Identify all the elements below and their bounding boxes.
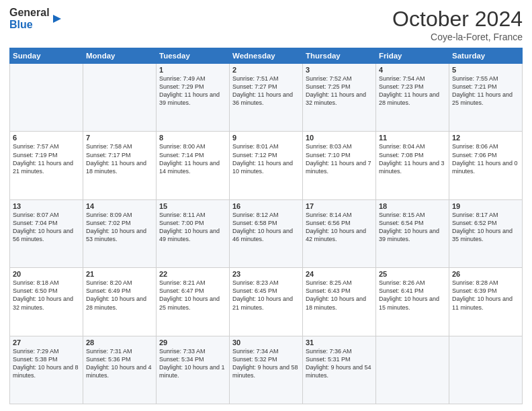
calendar-week-2: 6Sunrise: 7:57 AMSunset: 7:19 PMDaylight… (10, 132, 523, 199)
day-info: Sunrise: 8:20 AMSunset: 6:49 PMDaylight:… (86, 279, 153, 312)
day-number: 14 (86, 202, 153, 210)
calendar-cell: 2Sunrise: 7:51 AMSunset: 7:27 PMDaylight… (230, 64, 303, 132)
day-info: Sunrise: 8:25 AMSunset: 6:43 PMDaylight:… (306, 279, 373, 312)
day-number: 8 (159, 134, 226, 142)
day-number: 25 (379, 270, 446, 278)
day-number: 5 (452, 66, 519, 74)
day-number: 16 (232, 202, 300, 210)
calendar-cell (449, 336, 523, 404)
calendar-cell: 5Sunrise: 7:55 AMSunset: 7:21 PMDaylight… (449, 64, 523, 132)
day-info: Sunrise: 8:26 AMSunset: 6:41 PMDaylight:… (379, 279, 446, 312)
calendar-cell: 21Sunrise: 8:20 AMSunset: 6:49 PMDayligh… (83, 268, 157, 336)
calendar-cell: 15Sunrise: 8:11 AMSunset: 7:00 PMDayligh… (157, 199, 230, 267)
calendar-header-row: SundayMondayTuesdayWednesdayThursdayFrid… (10, 48, 523, 64)
day-info: Sunrise: 7:54 AMSunset: 7:23 PMDaylight:… (379, 75, 446, 107)
calendar-cell: 6Sunrise: 7:57 AMSunset: 7:19 PMDaylight… (10, 132, 83, 199)
calendar-cell: 13Sunrise: 8:07 AMSunset: 7:04 PMDayligh… (10, 199, 83, 267)
col-header-sunday: Sunday (10, 48, 83, 64)
day-info: Sunrise: 7:33 AMSunset: 5:34 PMDaylight:… (159, 347, 226, 380)
calendar-cell: 11Sunrise: 8:04 AMSunset: 7:08 PMDayligh… (376, 132, 449, 199)
calendar-cell: 7Sunrise: 7:58 AMSunset: 7:17 PMDaylight… (83, 132, 157, 199)
logo-icon (51, 13, 63, 25)
calendar-cell: 22Sunrise: 8:21 AMSunset: 6:47 PMDayligh… (157, 268, 230, 336)
day-number: 17 (306, 202, 373, 210)
calendar-cell: 3Sunrise: 7:52 AMSunset: 7:25 PMDaylight… (303, 64, 376, 132)
day-number: 27 (13, 338, 80, 347)
day-number: 10 (306, 134, 373, 142)
col-header-tuesday: Tuesday (157, 48, 230, 64)
calendar-cell: 19Sunrise: 8:17 AMSunset: 6:52 PMDayligh… (449, 199, 523, 267)
day-info: Sunrise: 8:01 AMSunset: 7:12 PMDaylight:… (232, 142, 300, 175)
col-header-friday: Friday (376, 48, 449, 64)
day-info: Sunrise: 8:17 AMSunset: 6:52 PMDaylight:… (452, 211, 519, 244)
day-number: 18 (379, 202, 446, 210)
col-header-saturday: Saturday (449, 48, 523, 64)
day-number: 22 (159, 270, 226, 278)
day-info: Sunrise: 8:18 AMSunset: 6:50 PMDaylight:… (13, 279, 80, 312)
day-info: Sunrise: 7:55 AMSunset: 7:21 PMDaylight:… (452, 75, 519, 107)
day-number: 1 (159, 66, 226, 74)
day-number: 31 (306, 338, 373, 347)
day-info: Sunrise: 8:23 AMSunset: 6:45 PMDaylight:… (232, 279, 300, 312)
day-info: Sunrise: 8:09 AMSunset: 7:02 PMDaylight:… (86, 211, 153, 244)
calendar-cell: 20Sunrise: 8:18 AMSunset: 6:50 PMDayligh… (10, 268, 83, 336)
col-header-wednesday: Wednesday (230, 48, 303, 64)
day-info: Sunrise: 7:58 AMSunset: 7:17 PMDaylight:… (86, 142, 153, 175)
header: General Blue October 2024 Coye-la-Foret,… (9, 7, 523, 42)
calendar-week-5: 27Sunrise: 7:29 AMSunset: 5:38 PMDayligh… (10, 336, 523, 404)
calendar-cell: 17Sunrise: 8:14 AMSunset: 6:56 PMDayligh… (303, 199, 376, 267)
day-info: Sunrise: 8:03 AMSunset: 7:10 PMDaylight:… (306, 142, 373, 175)
logo: General Blue (9, 7, 63, 30)
day-number: 23 (232, 270, 300, 278)
calendar-cell: 23Sunrise: 8:23 AMSunset: 6:45 PMDayligh… (230, 268, 303, 336)
day-info: Sunrise: 8:12 AMSunset: 6:58 PMDaylight:… (232, 211, 300, 244)
day-number: 4 (379, 66, 446, 74)
day-number: 30 (232, 338, 300, 347)
day-info: Sunrise: 8:06 AMSunset: 7:06 PMDaylight:… (452, 142, 519, 175)
day-number: 6 (13, 134, 80, 142)
day-number: 3 (306, 66, 373, 74)
calendar-cell: 31Sunrise: 7:36 AMSunset: 5:31 PMDayligh… (303, 336, 376, 404)
calendar-cell (83, 64, 157, 132)
day-number: 29 (159, 338, 226, 347)
day-info: Sunrise: 7:57 AMSunset: 7:19 PMDaylight:… (13, 142, 80, 175)
calendar-cell: 12Sunrise: 8:06 AMSunset: 7:06 PMDayligh… (449, 132, 523, 199)
calendar-cell: 1Sunrise: 7:49 AMSunset: 7:29 PMDaylight… (157, 64, 230, 132)
day-info: Sunrise: 8:21 AMSunset: 6:47 PMDaylight:… (159, 279, 226, 312)
calendar-cell: 14Sunrise: 8:09 AMSunset: 7:02 PMDayligh… (83, 199, 157, 267)
day-info: Sunrise: 7:36 AMSunset: 5:31 PMDaylight:… (306, 347, 373, 380)
day-number: 28 (86, 338, 153, 347)
svg-marker-0 (53, 15, 61, 23)
calendar-cell (10, 64, 83, 132)
day-number: 24 (306, 270, 373, 278)
calendar-cell: 25Sunrise: 8:26 AMSunset: 6:41 PMDayligh… (376, 268, 449, 336)
day-number: 13 (13, 202, 80, 210)
page: General Blue October 2024 Coye-la-Foret,… (0, 0, 532, 411)
day-info: Sunrise: 8:11 AMSunset: 7:00 PMDaylight:… (159, 211, 226, 244)
calendar-cell: 4Sunrise: 7:54 AMSunset: 7:23 PMDaylight… (376, 64, 449, 132)
logo-general: General (9, 7, 50, 19)
day-number: 11 (379, 134, 446, 142)
calendar-cell: 16Sunrise: 8:12 AMSunset: 6:58 PMDayligh… (230, 199, 303, 267)
day-number: 19 (452, 202, 519, 210)
calendar-cell: 24Sunrise: 8:25 AMSunset: 6:43 PMDayligh… (303, 268, 376, 336)
col-header-monday: Monday (83, 48, 157, 64)
calendar-week-4: 20Sunrise: 8:18 AMSunset: 6:50 PMDayligh… (10, 268, 523, 336)
location: Coye-la-Foret, France (392, 32, 523, 42)
calendar-cell: 27Sunrise: 7:29 AMSunset: 5:38 PMDayligh… (10, 336, 83, 404)
day-info: Sunrise: 8:00 AMSunset: 7:14 PMDaylight:… (159, 142, 226, 175)
calendar-cell: 8Sunrise: 8:00 AMSunset: 7:14 PMDaylight… (157, 132, 230, 199)
day-number: 21 (86, 270, 153, 278)
calendar-cell: 18Sunrise: 8:15 AMSunset: 6:54 PMDayligh… (376, 199, 449, 267)
day-info: Sunrise: 8:07 AMSunset: 7:04 PMDaylight:… (13, 211, 80, 244)
calendar-cell: 28Sunrise: 7:31 AMSunset: 5:36 PMDayligh… (83, 336, 157, 404)
day-info: Sunrise: 7:29 AMSunset: 5:38 PMDaylight:… (13, 347, 80, 380)
calendar-cell: 9Sunrise: 8:01 AMSunset: 7:12 PMDaylight… (230, 132, 303, 199)
day-info: Sunrise: 8:14 AMSunset: 6:56 PMDaylight:… (306, 211, 373, 244)
day-info: Sunrise: 7:34 AMSunset: 5:32 PMDaylight:… (232, 347, 300, 380)
day-number: 20 (13, 270, 80, 278)
day-number: 7 (86, 134, 153, 142)
calendar-table: SundayMondayTuesdayWednesdayThursdayFrid… (9, 48, 523, 404)
title-section: October 2024 Coye-la-Foret, France (392, 7, 523, 42)
day-number: 12 (452, 134, 519, 142)
